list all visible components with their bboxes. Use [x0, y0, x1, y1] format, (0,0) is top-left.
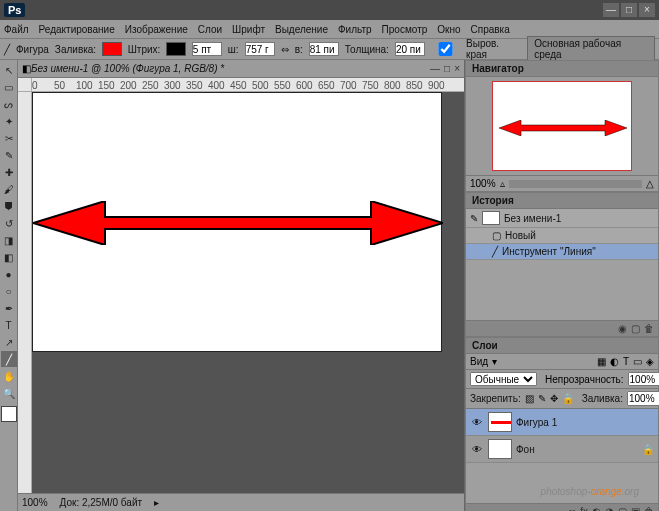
align-edges-checkbox[interactable] [431, 42, 460, 56]
path-tool-icon[interactable]: ↗ [1, 334, 17, 350]
visibility-icon[interactable]: 👁 [470, 444, 484, 455]
menu-edit[interactable]: Редактирование [39, 24, 115, 35]
navigator-title[interactable]: Навигатор [466, 61, 658, 77]
menu-help[interactable]: Справка [471, 24, 510, 35]
brush-tool-icon[interactable]: 🖌 [1, 181, 17, 197]
history-title[interactable]: История [466, 193, 658, 209]
layer-name[interactable]: Фигура 1 [516, 417, 557, 428]
opacity-input[interactable] [628, 372, 659, 386]
fill-opacity-input[interactable] [627, 391, 659, 406]
marquee-tool-icon[interactable]: ▭ [1, 79, 17, 95]
menu-layer[interactable]: Слои [198, 24, 222, 35]
lock-transparent-icon[interactable]: ▨ [525, 393, 534, 404]
filter-smart-icon[interactable]: ◈ [646, 356, 654, 367]
layer-row[interactable]: 👁 Фигура 1 [466, 409, 658, 436]
eraser-tool-icon[interactable]: ◨ [1, 232, 17, 248]
nav-zoom[interactable]: 100% [470, 178, 496, 189]
navigator-thumbnail[interactable] [492, 81, 632, 171]
filter-type-icon[interactable]: T [623, 356, 629, 367]
heal-tool-icon[interactable]: ✚ [1, 164, 17, 180]
history-panel: История ✎ Без имени-1 ▢ Новый ╱ Инструме… [465, 192, 659, 337]
move-tool-icon[interactable]: ↖ [1, 62, 17, 78]
shape-mode[interactable]: Фигура [16, 44, 49, 55]
menu-image[interactable]: Изображение [125, 24, 188, 35]
filter-pixel-icon[interactable]: ▦ [597, 356, 606, 367]
fx-icon[interactable]: fx [580, 506, 588, 511]
menu-select[interactable]: Выделение [275, 24, 328, 35]
lock-position-icon[interactable]: ✥ [550, 393, 558, 404]
hand-tool-icon[interactable]: ✋ [1, 368, 17, 384]
visibility-icon[interactable]: 👁 [470, 417, 484, 428]
layer-name[interactable]: Фон [516, 444, 535, 455]
delete-layer-icon[interactable]: 🗑 [644, 506, 654, 511]
filter-kind-dropdown[interactable]: ▾ [492, 356, 497, 367]
menu-filter[interactable]: Фильтр [338, 24, 372, 35]
svg-marker-0 [33, 201, 443, 245]
trash-icon[interactable]: 🗑 [644, 323, 654, 334]
lock-all-icon[interactable]: 🔒 [562, 393, 574, 404]
blur-tool-icon[interactable]: ● [1, 266, 17, 282]
doc-info[interactable]: Док: 2,25M/0 байт [60, 497, 143, 508]
canvas-viewport[interactable] [32, 92, 464, 493]
foreground-color[interactable] [1, 406, 17, 422]
lock-pixels-icon[interactable]: ✎ [538, 393, 546, 404]
history-step[interactable]: ╱ Инструмент "Линия" [466, 244, 658, 260]
gradient-tool-icon[interactable]: ◧ [1, 249, 17, 265]
minimize-button[interactable]: — [603, 3, 619, 17]
dodge-tool-icon[interactable]: ○ [1, 283, 17, 299]
zoom-out-icon[interactable]: ▵ [500, 178, 505, 189]
history-snapshot[interactable]: ✎ Без имени-1 [466, 209, 658, 228]
watermark: photoshop-orange.org [541, 481, 639, 499]
stroke-swatch[interactable] [166, 42, 186, 56]
wand-tool-icon[interactable]: ✦ [1, 113, 17, 129]
menu-window[interactable]: Окно [437, 24, 460, 35]
doc-maximize-icon[interactable]: □ [444, 63, 450, 74]
camera-icon[interactable]: ◉ [618, 323, 627, 334]
blend-mode-select[interactable]: Обычные [470, 372, 537, 386]
filter-shape-icon[interactable]: ▭ [633, 356, 642, 367]
filter-adjust-icon[interactable]: ◐ [610, 356, 619, 367]
canvas[interactable] [32, 92, 442, 352]
pen-tool-icon[interactable]: ✒ [1, 300, 17, 316]
layers-title[interactable]: Слои [466, 338, 658, 354]
history-step[interactable]: ▢ Новый [466, 228, 658, 244]
menu-view[interactable]: Просмотр [382, 24, 428, 35]
doc-minimize-icon[interactable]: — [430, 63, 440, 74]
layer-row[interactable]: 👁 Фон 🔒 [466, 436, 658, 463]
app-logo: Ps [4, 3, 25, 17]
adjustment-icon[interactable]: ◑ [605, 506, 614, 511]
line-tool-icon[interactable]: ╱ [4, 44, 10, 55]
stroke-size-input[interactable] [192, 42, 222, 56]
document-tab[interactable]: Без имени-1 @ 100% (Фигура 1, RGB/8) * [31, 63, 224, 74]
height-input[interactable] [309, 42, 339, 56]
stamp-tool-icon[interactable]: ⛊ [1, 198, 17, 214]
nav-zoom-slider[interactable] [509, 180, 642, 188]
maximize-button[interactable]: □ [621, 3, 637, 17]
lasso-tool-icon[interactable]: ᔕ [1, 96, 17, 112]
workspace-switcher[interactable]: Основная рабочая среда [527, 36, 655, 62]
width-input[interactable] [245, 42, 275, 56]
fill-label: Заливка: [55, 44, 96, 55]
info-chevron-icon[interactable]: ▸ [154, 497, 159, 508]
mask-icon[interactable]: ◐ [592, 506, 601, 511]
line-shape-tool-icon[interactable]: ╱ [1, 351, 17, 367]
group-icon[interactable]: ▢ [618, 506, 627, 511]
zoom-tool-icon[interactable]: 🔍 [1, 385, 17, 401]
menu-file[interactable]: Файл [4, 24, 29, 35]
new-layer-icon[interactable]: ▣ [631, 506, 640, 511]
double-arrow-shape[interactable] [33, 201, 443, 245]
weight-input[interactable] [395, 42, 425, 56]
close-button[interactable]: × [639, 3, 655, 17]
eyedropper-tool-icon[interactable]: ✎ [1, 147, 17, 163]
new-snapshot-icon[interactable]: ▢ [631, 323, 640, 334]
zoom-level[interactable]: 100% [22, 497, 48, 508]
menu-type[interactable]: Шрифт [232, 24, 265, 35]
doc-close-icon[interactable]: × [454, 63, 460, 74]
fill-swatch[interactable] [102, 42, 122, 56]
link-icon[interactable]: ⇔ [281, 44, 289, 55]
crop-tool-icon[interactable]: ✂ [1, 130, 17, 146]
type-tool-icon[interactable]: T [1, 317, 17, 333]
link-layers-icon[interactable]: ⇔ [568, 506, 576, 511]
history-brush-tool-icon[interactable]: ↺ [1, 215, 17, 231]
zoom-in-icon[interactable]: △ [646, 178, 654, 189]
